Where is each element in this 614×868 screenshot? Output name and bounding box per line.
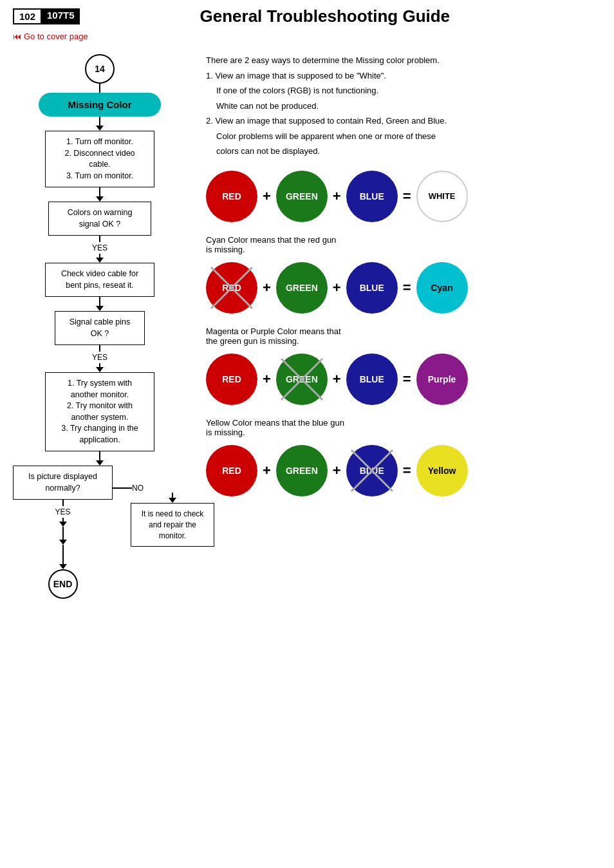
- diagram2-caption: Cyan Color means that the red gunis miss…: [206, 235, 601, 254]
- page-number-right: 107T5: [42, 8, 80, 24]
- blue-circle-1: BLUE: [346, 171, 398, 222]
- arrow-head: [96, 258, 104, 263]
- go-to-cover-link[interactable]: ⏮ Go to cover page: [13, 32, 601, 41]
- picture-branch: Is picture displayed normally? YES END: [13, 466, 187, 599]
- picture-displayed-box: Is picture displayed normally?: [13, 466, 113, 500]
- equals-3: =: [403, 371, 411, 388]
- plus-2: +: [333, 188, 341, 205]
- red-crossed-circle: RED: [206, 262, 257, 314]
- plus-4: +: [333, 279, 341, 296]
- green-circle-1: GREEN: [276, 171, 328, 222]
- cross-svg-3: [346, 445, 398, 496]
- white-circle: WHITE: [416, 171, 468, 222]
- no-branch-down: It is need to check and repair the monit…: [131, 493, 214, 547]
- connector-line: [99, 117, 100, 126]
- h-line: [113, 487, 132, 489]
- no-branch: NO It is need to check and repair the mo…: [113, 466, 214, 547]
- check-cable-box: Check video cable for bent pins, reseat …: [45, 263, 154, 297]
- signal-pins-box: Signal cable pinsOK ?: [55, 311, 145, 345]
- picture-branch-left: Is picture displayed normally? YES END: [13, 466, 113, 599]
- blue-circle-2: BLUE: [346, 262, 398, 314]
- intro-text: There are 2 easy ways to determine the M…: [206, 54, 601, 158]
- step-14-circle: 14: [85, 54, 115, 84]
- page-title: General Troubleshooting Guide: [88, 6, 563, 26]
- connector-line: [99, 297, 100, 306]
- arrow-head: [96, 306, 104, 311]
- diagram4-caption: Yellow Color means that the blue gunis m…: [206, 418, 601, 437]
- plus-1: +: [263, 188, 271, 205]
- no-branch-connector: NO: [113, 484, 146, 493]
- arrow-head: [96, 126, 104, 131]
- end-circle: END: [48, 569, 78, 599]
- connector-line: [99, 84, 100, 93]
- equals-2: =: [403, 279, 411, 296]
- color-diagram-3: RED + GREEN + BLUE = Purple: [206, 354, 601, 405]
- blue-circle-3: BLUE: [346, 354, 398, 405]
- plus-8: +: [333, 462, 341, 479]
- green-crossed-circle: GREEN: [276, 354, 328, 405]
- connector-line: [62, 527, 64, 540]
- page-number-left: 102: [13, 8, 42, 24]
- no-label: NO: [132, 484, 144, 493]
- plus-6: +: [333, 371, 341, 388]
- right-panel: There are 2 easy ways to determine the M…: [200, 54, 601, 599]
- try-system-box: 1. Try system with another monitor.2. Tr…: [45, 372, 154, 451]
- connector-line: [62, 545, 64, 564]
- connector-line: [99, 345, 100, 352]
- red-circle-3: RED: [206, 354, 257, 405]
- colors-warning-box: Colors on warning signal OK ?: [48, 202, 151, 236]
- equals-1: =: [403, 188, 411, 205]
- arrow-head: [169, 498, 176, 503]
- flowchart: 14 Missing Color 1. Turn off monitor.2. …: [13, 54, 187, 599]
- connector-line: [172, 493, 173, 498]
- plus-7: +: [263, 462, 271, 479]
- plus-3: +: [263, 279, 271, 296]
- yellow-circle: Yellow: [416, 445, 468, 496]
- connector-line: [99, 236, 100, 242]
- cyan-circle: Cyan: [416, 262, 468, 314]
- arrow-head: [96, 196, 104, 202]
- arrow-head: [59, 540, 67, 545]
- color-diagram-1: RED + GREEN + BLUE = WHITE: [206, 171, 601, 222]
- yes-label-1: YES: [92, 243, 107, 252]
- purple-circle: Purple: [416, 354, 468, 405]
- step1-box: 1. Turn off monitor.2. Disconnect video …: [45, 131, 154, 187]
- yes-label-3: YES: [55, 507, 70, 516]
- go-to-cover-label: Go to cover page: [24, 32, 88, 41]
- connector-line: [62, 500, 64, 506]
- connector-line: [99, 451, 100, 460]
- connector-line: [99, 187, 100, 196]
- page-badge: 102 107T5: [13, 8, 80, 24]
- repair-box: It is need to check and repair the monit…: [131, 503, 214, 547]
- page-header: 102 107T5 General Troubleshooting Guide …: [0, 0, 614, 41]
- yes-label-2: YES: [92, 353, 107, 362]
- arrow-head: [59, 564, 67, 569]
- back-icon: ⏮: [13, 32, 21, 41]
- equals-4: =: [403, 462, 411, 479]
- arrow-head: [96, 460, 104, 466]
- diagram3-caption: Magenta or Purple Color means thatthe gr…: [206, 326, 601, 346]
- color-diagram-2: RED + GREEN + BLUE = Cyan: [206, 262, 601, 314]
- arrow-head: [96, 367, 104, 372]
- plus-5: +: [263, 371, 271, 388]
- cross-svg-2: [276, 354, 328, 405]
- cross-svg: [206, 262, 257, 314]
- green-circle-2: GREEN: [276, 262, 328, 314]
- main-content: 14 Missing Color 1. Turn off monitor.2. …: [0, 41, 614, 612]
- color-diagram-4: RED + GREEN + BLUE = Yellow: [206, 445, 601, 496]
- blue-crossed-circle: BLUE: [346, 445, 398, 496]
- missing-color-box: Missing Color: [39, 93, 161, 117]
- arrow-head: [59, 522, 67, 527]
- green-circle-4: GREEN: [276, 445, 328, 496]
- red-circle-1: RED: [206, 171, 257, 222]
